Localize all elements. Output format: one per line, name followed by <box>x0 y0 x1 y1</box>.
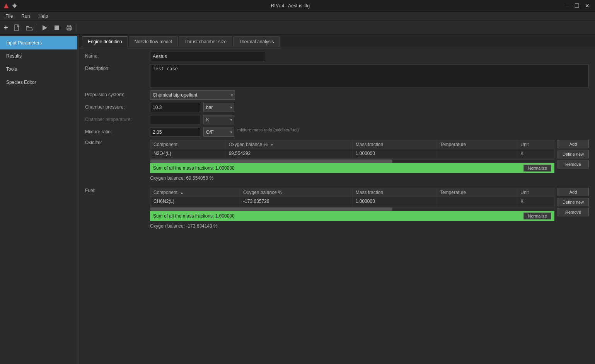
fuel-cell-unit: K <box>517 197 554 206</box>
fuel-col-component: Component ▲ <box>150 188 240 197</box>
print-icon <box>66 24 73 31</box>
fuel-cell-oxygen-balance: -173.635726 <box>240 197 353 206</box>
chamber-temp-input <box>150 115 200 124</box>
close-button[interactable]: ✕ <box>583 2 592 10</box>
toolbar-play-button[interactable] <box>39 23 50 33</box>
open-icon <box>26 24 33 31</box>
fuel-cell-temperature <box>436 197 517 206</box>
toolbar-new-file-button[interactable] <box>11 23 23 33</box>
oxidizer-cell-component: N2O4(L) <box>150 149 225 158</box>
oxidizer-cell-temperature <box>436 149 517 158</box>
toolbar-stop-button[interactable] <box>51 23 63 33</box>
oxidizer-sum-bar: Sum of all the mass fractions: 1.000000 … <box>150 163 554 173</box>
oxidizer-cell-mass-fraction: 1.000000 <box>352 149 436 158</box>
name-input[interactable] <box>150 52 266 61</box>
oxidizer-row-1[interactable]: N2O4(L) 69.554292 1.000000 K <box>150 149 554 158</box>
fuel-table-scroll[interactable]: Component ▲ Oxygen balance % Mass fracti… <box>150 188 554 206</box>
sidebar-item-tools[interactable]: Tools <box>0 63 77 76</box>
chamber-pressure-input[interactable] <box>150 103 200 112</box>
sidebar: Input Parameters Results Tools Species E… <box>0 35 77 364</box>
oxidizer-col-mass-fraction: Mass fraction <box>352 140 436 149</box>
fuel-section-row: Fuel: Component ▲ Oxygen balance <box>85 188 589 233</box>
toolbar-add-button[interactable]: + <box>2 22 10 33</box>
tab-engine-definition[interactable]: Engine definition <box>82 36 128 47</box>
fuel-scroll-bar[interactable] <box>150 207 554 211</box>
chamber-temperature-row: Chamber temperature: K <box>85 115 589 124</box>
main-layout: Input Parameters Results Tools Species E… <box>0 35 595 364</box>
toolbar-separator-2 <box>77 24 77 32</box>
svg-rect-4 <box>14 25 19 31</box>
chamber-pressure-label: Chamber pressure: <box>85 103 147 110</box>
menu-help[interactable]: Help <box>34 13 52 20</box>
oxidizer-table-with-btns: Component Oxygen balance % ▼ Mass fracti… <box>150 140 589 185</box>
tab-thrust-chamber-size[interactable]: Thrust chamber size <box>179 36 232 47</box>
sidebar-item-results[interactable]: Results <box>0 49 77 63</box>
fuel-add-button[interactable]: Add <box>557 188 589 196</box>
window-title: RPA-4 - Aestus.cfg <box>18 3 563 9</box>
description-label: Description: <box>85 64 147 71</box>
oxidizer-define-new-button[interactable]: Define new <box>557 150 589 158</box>
mixture-hint: mixture mass ratio (oxidizer/fuel) <box>237 128 299 132</box>
oxidizer-table-scroll[interactable]: Component Oxygen balance % ▼ Mass fracti… <box>150 140 554 158</box>
fuel-row-1[interactable]: CH6N2(L) -173.635726 1.000000 K <box>150 197 554 206</box>
oxidizer-cell-unit: K <box>517 149 554 158</box>
svg-rect-7 <box>55 26 59 30</box>
toolbar-separator-1 <box>37 24 37 32</box>
oxidizer-normalize-button[interactable]: Normalize <box>523 165 551 172</box>
propulsion-select-wrapper: Chemical bipropellant <box>150 90 235 100</box>
toolbar-print-button[interactable] <box>63 23 75 33</box>
svg-marker-6 <box>43 25 47 31</box>
play-icon <box>41 24 48 31</box>
fuel-remove-button[interactable]: Remove <box>557 208 589 216</box>
form-content: Name: Description: Test case Propulsion … <box>79 47 595 364</box>
title-bar-left <box>3 3 18 9</box>
mixture-ratio-label: Mixture ratio: <box>85 128 147 134</box>
tab-nozzle-flow-model[interactable]: Nozzle flow model <box>129 36 178 47</box>
oxidizer-cell-oxygen-balance: 69.554292 <box>225 149 352 158</box>
fuel-col-temperature: Temperature <box>436 188 517 197</box>
chamber-temp-label: Chamber temperature: <box>85 115 147 122</box>
fuel-normalize-button[interactable]: Normalize <box>523 213 551 219</box>
restore-button[interactable]: ❐ <box>572 2 582 10</box>
menu-bar: File Run Help <box>0 12 595 21</box>
oxidizer-scroll-bar[interactable] <box>150 159 554 163</box>
pressure-unit-select[interactable]: bar MPa psi <box>203 103 234 112</box>
fuel-cell-mass-fraction: 1.000000 <box>352 197 436 206</box>
app-logo-icon <box>3 3 9 9</box>
oxidizer-col-oxygen-balance: Oxygen balance % ▼ <box>225 140 352 149</box>
tab-thermal-analysis[interactable]: Thermal analysis <box>233 36 280 47</box>
minimize-button[interactable]: ─ <box>563 2 571 10</box>
fuel-table-with-btns: Component ▲ Oxygen balance % Mass fracti… <box>150 188 589 233</box>
pressure-unit-wrapper: bar MPa psi <box>203 103 234 112</box>
oxidizer-table: Component Oxygen balance % ▼ Mass fracti… <box>150 140 554 158</box>
toolbar-open-button[interactable] <box>24 23 35 33</box>
fuel-col-unit: Unit <box>517 188 554 197</box>
tab-bar: Engine definition Nozzle flow model Thru… <box>79 35 595 47</box>
fuel-oxygen-balance: Oxygen balance: -173.634143 % <box>150 223 554 230</box>
mixture-unit-select[interactable]: O/F F/O <box>203 128 234 137</box>
temp-unit-wrapper: K <box>203 115 234 124</box>
fuel-content: Component ▲ Oxygen balance % Mass fracti… <box>150 188 589 233</box>
oxidizer-table-container: Component Oxygen balance % ▼ Mass fracti… <box>150 140 554 185</box>
fuel-table-container: Component ▲ Oxygen balance % Mass fracti… <box>150 188 554 233</box>
sidebar-item-species-editor[interactable]: Species Editor <box>0 76 77 89</box>
sidebar-item-input-parameters[interactable]: Input Parameters <box>0 36 77 49</box>
description-textarea[interactable]: Test case <box>150 64 589 87</box>
name-row: Name: <box>85 52 589 61</box>
menu-file[interactable]: File <box>2 13 17 20</box>
oxidizer-remove-button[interactable]: Remove <box>557 160 589 168</box>
oxidizer-section-row: Oxidizer Component Oxygen balance <box>85 140 589 185</box>
propulsion-label: Propulsion system: <box>85 90 147 97</box>
mixture-ratio-input[interactable] <box>150 128 200 137</box>
menu-run[interactable]: Run <box>17 13 34 20</box>
fuel-sum-bar: Sum of all the mass fractions: 1.000000 … <box>150 211 554 221</box>
propulsion-row: Propulsion system: Chemical bipropellant <box>85 90 589 100</box>
name-label: Name: <box>85 52 147 59</box>
fuel-table: Component ▲ Oxygen balance % Mass fracti… <box>150 188 554 206</box>
oxidizer-add-button[interactable]: Add <box>557 140 589 148</box>
fuel-define-new-button[interactable]: Define new <box>557 198 589 206</box>
title-bar-controls: ─ ❐ ✕ <box>563 2 592 10</box>
propulsion-select[interactable]: Chemical bipropellant <box>150 90 235 100</box>
svg-marker-0 <box>4 3 9 8</box>
temp-unit-select: K <box>203 115 234 124</box>
